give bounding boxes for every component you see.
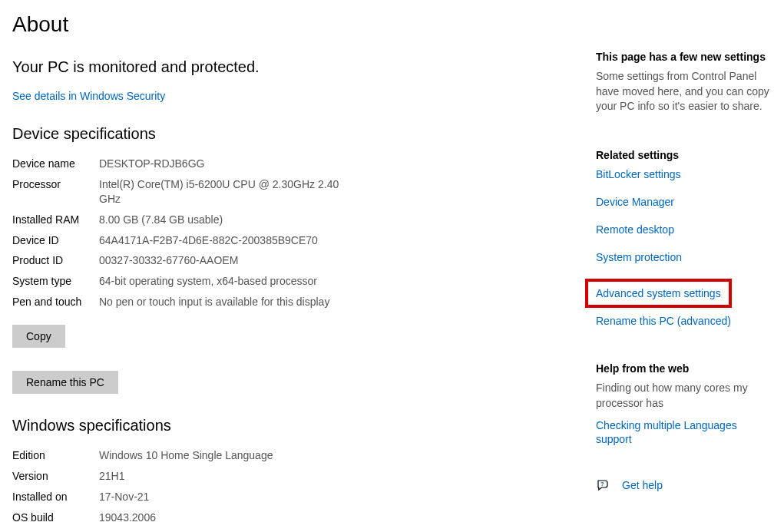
rename-pc-button[interactable]: Rename this PC: [12, 371, 118, 394]
rename-pc-advanced-link[interactable]: Rename this PC (advanced): [596, 314, 772, 328]
spec-row: System type 64-bit operating system, x64…: [12, 274, 350, 289]
windows-specs-table: Edition Windows 10 Home Single Language …: [12, 448, 350, 532]
spec-value: DESKTOP-RDJB6GG: [99, 157, 350, 171]
device-manager-link[interactable]: Device Manager: [596, 195, 772, 209]
spec-value: 21H1: [99, 469, 350, 484]
spec-row: Device name DESKTOP-RDJB6GG: [12, 157, 350, 171]
spec-value: Intel(R) Core(TM) i5-6200U CPU @ 2.30GHz…: [99, 177, 350, 207]
spec-row: OS build 19043.2006: [12, 511, 350, 525]
system-protection-link[interactable]: System protection: [596, 250, 772, 264]
help-web-heading: Help from the web: [596, 362, 772, 375]
spec-value: 19043.2006: [99, 511, 350, 525]
spec-value: 17-Nov-21: [99, 490, 350, 504]
highlighted-box: Advanced system settings: [585, 279, 732, 308]
new-settings-description: Some settings from Control Panel have mo…: [596, 69, 772, 114]
spec-label: OS build: [12, 511, 99, 525]
spec-label: Processor: [12, 177, 99, 207]
spec-row: Edition Windows 10 Home Single Language: [12, 448, 350, 463]
spec-value: 64A4171A-F2B7-4D6E-882C-200385B9CE70: [99, 233, 350, 248]
spec-label: Installed on: [12, 490, 99, 504]
device-specs-heading: Device specifications: [12, 125, 565, 143]
spec-label: Device ID: [12, 233, 99, 248]
remote-desktop-link[interactable]: Remote desktop: [596, 223, 772, 236]
spec-value: 8.00 GB (7.84 GB usable): [99, 213, 350, 227]
spec-label: Version: [12, 469, 99, 484]
get-help-icon: ?: [596, 478, 610, 492]
bitlocker-link[interactable]: BitLocker settings: [596, 167, 772, 181]
spec-label: Pen and touch: [12, 295, 99, 309]
spec-row: Installed RAM 8.00 GB (7.84 GB usable): [12, 213, 350, 227]
spec-value: Windows 10 Home Single Language: [99, 448, 350, 463]
spec-label: Product ID: [12, 253, 99, 268]
windows-specs-heading: Windows specifications: [12, 417, 565, 435]
spec-value: No pen or touch input is available for t…: [99, 295, 350, 309]
spec-row: Device ID 64A4171A-F2B7-4D6E-882C-200385…: [12, 233, 350, 248]
spec-label: System type: [12, 274, 99, 289]
windows-security-link[interactable]: See details in Windows Security: [12, 90, 165, 102]
page-title: About: [12, 12, 565, 37]
get-help-label: Get help: [622, 479, 663, 491]
help-topic: Finding out how many cores my processor …: [596, 381, 772, 411]
device-specs-table: Device name DESKTOP-RDJB6GG Processor In…: [12, 157, 350, 309]
language-support-link[interactable]: Checking multiple Languages support: [596, 418, 772, 446]
spec-row: Product ID 00327-30332-67760-AAOEM: [12, 253, 350, 268]
spec-label: Device name: [12, 157, 99, 171]
spec-row: Processor Intel(R) Core(TM) i5-6200U CPU…: [12, 177, 350, 207]
related-settings-heading: Related settings: [596, 149, 772, 161]
spec-row: Version 21H1: [12, 469, 350, 484]
protection-status: Your PC is monitored and protected.: [12, 58, 565, 76]
advanced-system-settings-link[interactable]: Advanced system settings: [596, 286, 721, 300]
spec-row: Installed on 17-Nov-21: [12, 490, 350, 504]
spec-value: 64-bit operating system, x64-based proce…: [99, 274, 350, 289]
spec-label: Edition: [12, 448, 99, 463]
copy-button[interactable]: Copy: [12, 325, 65, 348]
get-help-link[interactable]: ? Get help: [596, 478, 772, 492]
spec-value: 00327-30332-67760-AAOEM: [99, 253, 350, 268]
spec-row: Pen and touch No pen or touch input is a…: [12, 295, 350, 309]
new-settings-heading: This page has a few new settings: [596, 51, 772, 63]
spec-label: Installed RAM: [12, 213, 99, 227]
svg-text:?: ?: [600, 481, 604, 487]
